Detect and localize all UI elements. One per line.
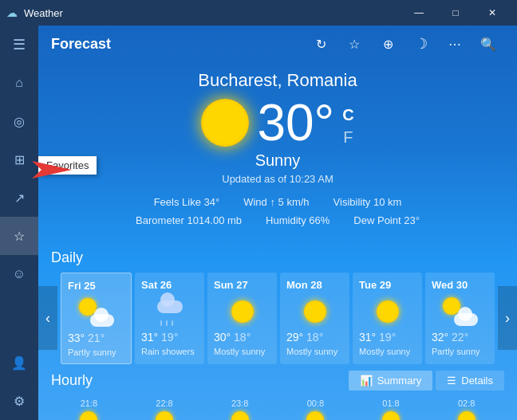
temperature-row: 30° C F bbox=[54, 97, 501, 148]
day-icon-wed bbox=[432, 297, 488, 326]
day-temps-tue: 31° 19° bbox=[359, 331, 416, 343]
hour-time-5: 01:8 bbox=[353, 398, 429, 408]
day-card-sat[interactable]: Sat 26 31° 19° Rain showers bbox=[135, 273, 204, 364]
hourly-section-title: Hourly bbox=[51, 372, 93, 389]
close-button[interactable]: ✕ bbox=[474, 0, 511, 26]
sidebar-item-life[interactable]: ☺ bbox=[0, 255, 38, 293]
wind: Wind ↑ 5 km/h bbox=[243, 193, 309, 211]
day-icon-sat bbox=[141, 297, 198, 326]
sidebar-item-settings[interactable]: ⚙ bbox=[0, 382, 38, 420]
hour-time-6: 02:8 bbox=[428, 398, 504, 408]
hourly-tabs: 📊 Summary ☰ Details bbox=[349, 371, 504, 391]
detail-row-2: Barometer 1014.00 mb Humidity 66% Dew Po… bbox=[54, 211, 501, 230]
day-cond-sun: Mostly sunny bbox=[214, 347, 270, 356]
page-title: Forecast bbox=[51, 36, 111, 53]
day-card-wed[interactable]: Wed 30 32° 22° Partly sunny bbox=[425, 273, 495, 364]
hourly-tab-summary[interactable]: 📊 Summary bbox=[349, 371, 433, 391]
day-cond-wed: Partly sunny bbox=[432, 347, 488, 356]
day-cond-tue: Mostly sunny bbox=[359, 347, 416, 356]
sidebar-item-favorites[interactable]: ☆ bbox=[0, 217, 38, 255]
app-body: ☰ ⌂ ◎ ⊞ ↗ ☆ ☺ 👤 ⚙ Favorites Forecast ↻ ☆… bbox=[0, 26, 517, 420]
day-temps-wed: 32° 22° bbox=[432, 331, 488, 343]
hour-time-3: 23:8 bbox=[202, 398, 278, 408]
day-card-sun[interactable]: Sun 27 30° 18° Mostly sunny bbox=[207, 273, 277, 364]
day-name-sun: Sun 27 bbox=[214, 279, 270, 291]
day-name-tue: Tue 29 bbox=[359, 279, 416, 291]
city-name: Bucharest, Romania bbox=[54, 70, 501, 91]
titlebar: ☁ Weather — □ ✕ bbox=[0, 0, 517, 26]
hour-icon-6 bbox=[428, 411, 504, 420]
hour-time-1: 21:8 bbox=[51, 398, 127, 408]
temperature: 30° bbox=[257, 97, 334, 148]
scroll-right-button[interactable]: › bbox=[498, 286, 517, 350]
favorites-arrow-icon bbox=[24, 161, 72, 182]
sidebar-hamburger[interactable]: ☰ bbox=[0, 26, 38, 64]
hour-item-3: 23:8 23:8 bbox=[202, 398, 278, 420]
daily-scroll-wrapper: ‹ Fri 25 33° 21° Partly sunny Sat 26 bbox=[38, 273, 517, 364]
hour-icon-5 bbox=[353, 411, 429, 420]
day-name-mon: Mon 28 bbox=[286, 279, 343, 291]
day-icon-mon bbox=[286, 297, 343, 326]
day-temps-fri: 33° 21° bbox=[68, 332, 124, 344]
sidebar-item-account[interactable]: 👤 bbox=[0, 343, 38, 382]
daily-section-title: Daily bbox=[38, 243, 517, 273]
list-icon: ☰ bbox=[447, 375, 456, 387]
summary-tab-label: Summary bbox=[377, 375, 422, 387]
weather-icon-sunny bbox=[201, 99, 249, 147]
favorite-button[interactable]: ☆ bbox=[338, 28, 370, 60]
sidebar-item-historical[interactable]: ↗ bbox=[0, 179, 38, 217]
day-cond-mon: Mostly sunny bbox=[286, 347, 343, 356]
scroll-left-button[interactable]: ‹ bbox=[38, 286, 57, 350]
hour-icon-4 bbox=[278, 411, 353, 420]
day-cond-sat: Rain showers bbox=[141, 347, 198, 356]
day-card-fri[interactable]: Fri 25 33° 21° Partly sunny bbox=[61, 273, 132, 364]
day-card-mon[interactable]: Mon 28 29° 18° Mostly sunny bbox=[280, 273, 349, 364]
day-icon-sun bbox=[214, 297, 270, 326]
sidebar-item-news[interactable]: ◎ bbox=[0, 102, 38, 140]
weather-condition: Sunny bbox=[54, 151, 501, 170]
maximize-button[interactable]: □ bbox=[437, 0, 474, 26]
svg-marker-0 bbox=[32, 161, 72, 179]
titlebar-left: ☁ Weather bbox=[6, 6, 63, 19]
refresh-button[interactable]: ↻ bbox=[305, 28, 337, 60]
header-toolbar: Forecast ↻ ☆ ⊕ ☽ ⋯ 🔍 bbox=[38, 26, 517, 62]
chart-icon: 📊 bbox=[360, 375, 373, 387]
pin-button[interactable]: ⊕ bbox=[372, 28, 404, 60]
hourly-header: Hourly 📊 Summary ☰ Details bbox=[38, 364, 517, 395]
hour-time-4: 00:8 bbox=[278, 398, 353, 408]
day-cond-fri: Partly sunny bbox=[68, 347, 124, 357]
day-card-tue[interactable]: Tue 29 31° 19° Mostly sunny bbox=[353, 273, 422, 364]
day-icon-fri bbox=[68, 298, 124, 327]
barometer: Barometer 1014.00 mb bbox=[136, 211, 242, 230]
hour-icon-2 bbox=[127, 411, 203, 420]
main-content: Forecast ↻ ☆ ⊕ ☽ ⋯ 🔍 Bucharest, Romania … bbox=[38, 26, 517, 420]
detail-row-1: Feels Like 34° Wind ↑ 5 km/h Visibility … bbox=[54, 193, 501, 211]
temperature-units: C F bbox=[342, 97, 353, 148]
dark-mode-button[interactable]: ☽ bbox=[405, 28, 437, 60]
visibility: Visibility 10 km bbox=[333, 193, 402, 211]
humidity: Humidity 66% bbox=[266, 211, 330, 230]
hourly-tab-details[interactable]: ☰ Details bbox=[436, 371, 504, 391]
hour-time-2: 22:8 bbox=[127, 398, 203, 408]
app-icon: ☁ bbox=[6, 6, 18, 19]
hour-item-6: 02:8 02:8 bbox=[428, 398, 504, 420]
sidebar-item-home[interactable]: ⌂ bbox=[0, 64, 38, 102]
celsius-unit[interactable]: C bbox=[342, 104, 353, 126]
hour-item-5: 01:8 01:8 bbox=[353, 398, 429, 420]
hour-item-1: 21:8 21:8 bbox=[51, 398, 127, 420]
more-button[interactable]: ⋯ bbox=[439, 28, 471, 60]
day-name-fri: Fri 25 bbox=[68, 280, 124, 292]
day-temps-sat: 31° 19° bbox=[141, 331, 198, 343]
feels-like: Feels Like 34° bbox=[154, 193, 220, 211]
weather-details: Feels Like 34° Wind ↑ 5 km/h Visibility … bbox=[54, 193, 501, 230]
toolbar-actions: ↻ ☆ ⊕ ☽ ⋯ 🔍 bbox=[305, 28, 504, 60]
hour-icon-3 bbox=[202, 411, 278, 420]
sidebar: ☰ ⌂ ◎ ⊞ ↗ ☆ ☺ 👤 ⚙ bbox=[0, 26, 38, 420]
hour-icon-1 bbox=[51, 411, 127, 420]
minimize-button[interactable]: — bbox=[401, 0, 437, 26]
search-button[interactable]: 🔍 bbox=[472, 28, 504, 60]
fahrenheit-unit[interactable]: F bbox=[342, 126, 353, 148]
current-weather: Bucharest, Romania 30° C F Sunny Updated… bbox=[38, 62, 517, 243]
day-temps-mon: 29° 18° bbox=[286, 331, 343, 343]
day-name-wed: Wed 30 bbox=[432, 279, 488, 291]
